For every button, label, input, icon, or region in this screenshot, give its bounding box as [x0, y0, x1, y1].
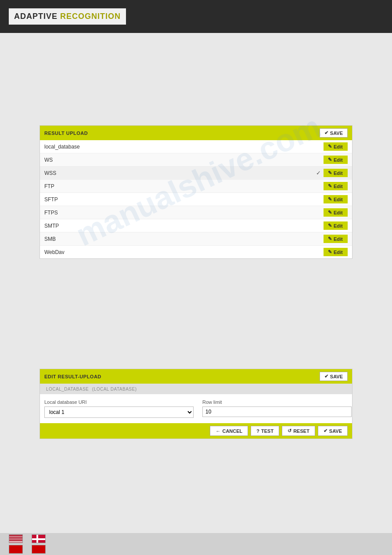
row-right-smb: ✎ Edit	[324, 235, 348, 243]
edit-icon-ftp: ✎	[328, 183, 332, 189]
row-right-ftps: ✎ Edit	[324, 208, 348, 217]
local-db-uri-group: Local database URI local 1 local 2 local…	[44, 399, 194, 418]
test-icon: ?	[256, 428, 259, 434]
cancel-button[interactable]: ← CANCEL	[210, 426, 248, 436]
flag-dk[interactable]	[32, 534, 46, 543]
flag-us[interactable]	[9, 534, 23, 543]
row-right-ws: ✎ Edit	[324, 156, 348, 164]
row-limit-group: Row limit 10	[202, 399, 352, 417]
edit-button-ftps[interactable]: ✎ Edit	[324, 208, 348, 217]
edit-result-upload-panel: EDIT RESULT-UPLOAD ✔ SAVE LOCAL_DATABASE…	[40, 369, 352, 439]
edit-button-ws[interactable]: ✎ Edit	[324, 156, 348, 164]
local-db-uri-label: Local database URI	[44, 399, 194, 405]
edit-panel-save-header-button[interactable]: ✔ SAVE	[320, 372, 348, 381]
main-content: RESULT UPLOAD ✔ SAVE local_database ✎ Ed…	[0, 33, 392, 448]
logo: ADAPTIVE RECOGNITION	[9, 8, 126, 25]
header: ADAPTIVE RECOGNITION	[0, 0, 392, 33]
flag-other[interactable]	[9, 545, 23, 554]
cancel-icon: ←	[216, 428, 220, 434]
row-smb: SMB ✎ Edit	[40, 232, 352, 246]
row-ftp: FTP ✎ Edit	[40, 180, 352, 193]
row-right-smtp: ✎ Edit	[324, 221, 348, 230]
save-icon: ✔	[324, 130, 328, 136]
edit-icon-sftp: ✎	[328, 196, 332, 202]
row-label-sftp: SFTP	[44, 196, 58, 203]
row-label-smb: SMB	[44, 236, 56, 242]
edit-icon-ftps: ✎	[328, 210, 332, 215]
edit-button-sftp[interactable]: ✎ Edit	[324, 195, 348, 203]
edit-panel-title: EDIT RESULT-UPLOAD	[44, 374, 101, 379]
row-label-ftp: FTP	[44, 183, 54, 189]
edit-button-smb[interactable]: ✎ Edit	[324, 235, 348, 243]
logo-recognition: RECOGNITION	[60, 12, 121, 21]
row-ftps: FTPS ✎ Edit	[40, 206, 352, 219]
logo-adaptive: ADAPTIVE	[14, 12, 58, 21]
db-label-bar: LOCAL_DATABASE (LOCAL DATABASE)	[40, 384, 352, 394]
reset-icon: ↺	[288, 428, 291, 434]
flag-dk2[interactable]	[32, 545, 46, 554]
row-right-local-database: ✎ Edit	[324, 142, 348, 151]
row-right-sftp: ✎ Edit	[324, 195, 348, 203]
row-limit-label: Row limit	[202, 399, 352, 405]
db-label: LOCAL_DATABASE	[46, 387, 89, 392]
save-button[interactable]: ✔ SAVE	[318, 426, 348, 436]
edit-button-smtp[interactable]: ✎ Edit	[324, 221, 348, 230]
row-label-webdav: WebDav	[44, 249, 65, 255]
save-header-icon: ✔	[324, 374, 328, 379]
footer	[0, 533, 392, 555]
local-db-uri-select[interactable]: local 1 local 2 local 3	[44, 406, 194, 418]
edit-button-webdav[interactable]: ✎ Edit	[324, 248, 348, 256]
row-smtp: SMTP ✎ Edit	[40, 219, 352, 232]
row-ws: WS ✎ Edit	[40, 153, 352, 167]
edit-panel-header: EDIT RESULT-UPLOAD ✔ SAVE	[40, 369, 352, 384]
test-button[interactable]: ? TEST	[251, 426, 279, 436]
form-footer: ← CANCEL ? TEST ↺ RESET ✔ SAVE	[40, 423, 352, 439]
row-sftp: SFTP ✎ Edit	[40, 193, 352, 206]
row-limit-input[interactable]: 10	[202, 406, 352, 417]
edit-icon-wss: ✎	[328, 170, 332, 176]
edit-button-local-database[interactable]: ✎ Edit	[324, 142, 348, 151]
result-upload-title: RESULT UPLOAD	[44, 131, 88, 136]
row-webdav: WebDav ✎ Edit	[40, 246, 352, 258]
result-upload-panel: RESULT UPLOAD ✔ SAVE local_database ✎ Ed…	[40, 125, 352, 259]
row-local-database: local_database ✎ Edit	[40, 140, 352, 153]
edit-button-wss[interactable]: ✎ Edit	[324, 169, 348, 177]
row-right-ftp: ✎ Edit	[324, 182, 348, 190]
edit-icon: ✎	[328, 144, 332, 149]
row-wss: WSS ✓ ✎ Edit	[40, 167, 352, 180]
row-right-webdav: ✎ Edit	[324, 248, 348, 256]
result-upload-save-button[interactable]: ✔ SAVE	[320, 128, 348, 138]
wss-check-icon: ✓	[316, 170, 321, 176]
reset-button[interactable]: ↺ RESET	[282, 426, 315, 436]
row-label-local-database: local_database	[44, 144, 80, 150]
save-form-icon: ✔	[324, 428, 327, 434]
row-label-wss: WSS	[44, 170, 56, 176]
edit-icon-smtp: ✎	[328, 223, 332, 229]
edit-icon-smb: ✎	[328, 236, 332, 242]
edit-icon-ws: ✎	[328, 157, 332, 163]
db-sub-label: (LOCAL DATABASE)	[92, 387, 137, 392]
edit-icon-webdav: ✎	[328, 249, 332, 255]
form-area: Local database URI local 1 local 2 local…	[40, 394, 352, 423]
result-upload-header: RESULT UPLOAD ✔ SAVE	[40, 126, 352, 140]
row-label-smtp: SMTP	[44, 223, 59, 229]
row-label-ftps: FTPS	[44, 210, 58, 216]
edit-button-ftp[interactable]: ✎ Edit	[324, 182, 348, 190]
row-right-wss: ✓ ✎ Edit	[316, 169, 348, 177]
row-label-ws: WS	[44, 157, 53, 163]
